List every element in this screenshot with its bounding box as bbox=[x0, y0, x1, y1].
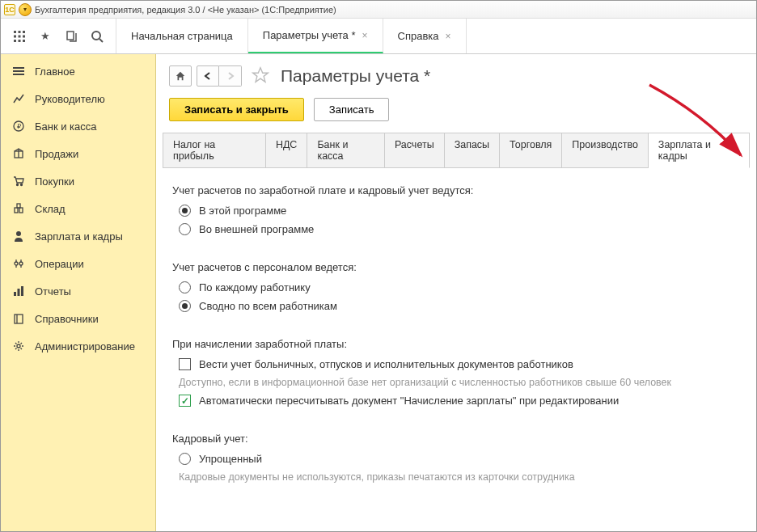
sidebar-item-label: Справочники bbox=[35, 313, 99, 325]
checkbox-auto-recalc[interactable]: ✓ Автоматически пересчитывать документ "… bbox=[179, 395, 740, 407]
save-and-close-button[interactable]: Записать и закрыть bbox=[169, 98, 304, 121]
svg-point-18 bbox=[17, 184, 19, 186]
cart-icon bbox=[12, 175, 25, 188]
section-salary-calc: При начислении заработной платы: bbox=[172, 338, 740, 350]
sidebar-item[interactable]: Зарплата и кадры bbox=[1, 222, 155, 250]
svg-rect-3 bbox=[14, 35, 16, 37]
settings-tab[interactable]: Торговля bbox=[500, 133, 562, 167]
book-icon bbox=[12, 312, 25, 325]
sidebar-item[interactable]: Операции bbox=[1, 250, 155, 277]
svg-point-19 bbox=[21, 184, 23, 186]
radio-icon bbox=[179, 205, 191, 217]
top-toolbar: ★ Начальная страницаПараметры учета *×Сп… bbox=[1, 19, 756, 54]
close-icon[interactable]: × bbox=[446, 31, 451, 42]
form-content: Учет расчетов по заработной плате и кадр… bbox=[156, 168, 756, 531]
person-icon bbox=[12, 230, 25, 243]
history-icon[interactable] bbox=[64, 29, 78, 44]
svg-point-24 bbox=[15, 262, 18, 265]
svg-rect-21 bbox=[19, 208, 23, 213]
back-button[interactable] bbox=[197, 65, 219, 87]
svg-rect-20 bbox=[15, 208, 18, 213]
svg-rect-7 bbox=[19, 40, 21, 42]
checkbox-icon: ✓ bbox=[179, 395, 191, 407]
svg-rect-14 bbox=[13, 74, 24, 75]
gear-icon bbox=[12, 340, 25, 353]
top-tab[interactable]: Параметры учета *× bbox=[248, 19, 383, 53]
svg-rect-2 bbox=[23, 31, 25, 33]
bars-icon bbox=[12, 285, 25, 298]
radio-label: По каждому работнику bbox=[199, 281, 311, 293]
svg-rect-4 bbox=[19, 35, 21, 37]
sidebar-item[interactable]: Справочники bbox=[1, 305, 155, 332]
settings-tab[interactable]: Налог на прибыль bbox=[163, 133, 266, 167]
section-personnel-accounting: Учет расчетов с персоналом ведется: bbox=[172, 261, 740, 273]
settings-tab[interactable]: Производство bbox=[562, 133, 649, 167]
sidebar-item-label: Банк и касса bbox=[35, 120, 97, 133]
radio-icon bbox=[179, 223, 191, 235]
top-tab[interactable]: Начальная страница bbox=[116, 19, 248, 53]
svg-point-25 bbox=[19, 262, 23, 265]
svg-rect-9 bbox=[67, 32, 74, 40]
radio-simplified[interactable]: Упрощенный bbox=[179, 453, 740, 465]
ops-icon bbox=[12, 257, 25, 270]
sidebar-item-label: Отчеты bbox=[35, 285, 71, 298]
nav-button-group bbox=[197, 65, 242, 87]
content-area: Параметры учета * Записать и закрыть Зап… bbox=[156, 54, 756, 531]
settings-tab[interactable]: Запасы bbox=[445, 133, 500, 167]
sidebar-item[interactable]: Отчеты bbox=[1, 277, 155, 305]
top-tab[interactable]: Справка× bbox=[383, 19, 467, 53]
sidebar-item[interactable]: ₽Банк и касса bbox=[1, 112, 155, 140]
radio-external-program[interactable]: Во внешней программе bbox=[179, 223, 740, 235]
radio-label: Сводно по всем работникам bbox=[199, 300, 337, 312]
settings-tab[interactable]: НДС bbox=[266, 133, 308, 167]
svg-rect-0 bbox=[14, 31, 16, 33]
window-titlebar: 1C ▾ Бухгалтерия предприятия, редакция 3… bbox=[1, 1, 756, 19]
settings-tab[interactable]: Расчеты bbox=[385, 133, 445, 167]
apps-icon[interactable] bbox=[12, 29, 27, 44]
sidebar-item[interactable]: Склад bbox=[1, 195, 155, 222]
star-icon[interactable]: ★ bbox=[38, 29, 53, 44]
svg-rect-5 bbox=[23, 35, 25, 37]
page-title: Параметры учета * bbox=[281, 66, 430, 86]
app-logo-icon: 1C bbox=[4, 4, 15, 15]
svg-rect-13 bbox=[13, 70, 24, 72]
save-button[interactable]: Записать bbox=[314, 98, 390, 121]
svg-rect-29 bbox=[15, 315, 23, 323]
close-icon[interactable]: × bbox=[362, 30, 368, 41]
settings-tab[interactable]: Банк и касса bbox=[307, 133, 384, 167]
radio-icon bbox=[179, 300, 191, 312]
svg-text:₽: ₽ bbox=[17, 123, 21, 130]
svg-point-10 bbox=[92, 32, 100, 40]
home-button[interactable] bbox=[169, 65, 192, 87]
sidebar-item[interactable]: Руководителю bbox=[1, 85, 155, 112]
forward-button[interactable] bbox=[219, 65, 242, 87]
toolbar-icon-group: ★ bbox=[1, 19, 116, 53]
sidebar-item[interactable]: Продажи bbox=[1, 140, 155, 167]
radio-label: В этой программе bbox=[199, 205, 286, 217]
svg-rect-1 bbox=[19, 31, 21, 33]
titlebar-dropdown-button[interactable]: ▾ bbox=[19, 3, 32, 16]
tab-label: Начальная страница bbox=[131, 30, 233, 42]
radio-per-employee[interactable]: По каждому работнику bbox=[179, 281, 740, 293]
radio-icon bbox=[179, 281, 191, 293]
settings-tab[interactable]: Зарплата и кадры bbox=[649, 133, 750, 168]
sidebar-item-label: Операции bbox=[35, 258, 84, 270]
section-hr-accounting: Кадровый учет: bbox=[172, 433, 740, 445]
hint-text: Кадровые документы не используются, прик… bbox=[179, 471, 740, 483]
favorite-star-icon[interactable] bbox=[252, 66, 271, 86]
checkbox-track-sickleave[interactable]: Вести учет больничных, отпусков и исполн… bbox=[179, 358, 740, 370]
sidebar-item[interactable]: Администрирование bbox=[1, 332, 155, 360]
sidebar-item-label: Главное bbox=[35, 65, 75, 78]
sidebar-item-label: Склад bbox=[35, 203, 66, 215]
svg-point-23 bbox=[16, 231, 21, 236]
sidebar-item[interactable]: Главное bbox=[1, 57, 155, 85]
radio-summary-all[interactable]: Сводно по всем работникам bbox=[179, 300, 740, 312]
checkbox-label: Вести учет больничных, отпусков и исполн… bbox=[199, 358, 573, 370]
tab-label: Справка bbox=[398, 30, 439, 42]
sidebar-item[interactable]: Покупки bbox=[1, 167, 155, 195]
box-icon bbox=[12, 147, 25, 160]
ruble-icon: ₽ bbox=[12, 120, 25, 133]
search-icon[interactable] bbox=[90, 29, 104, 44]
radio-in-this-program[interactable]: В этой программе bbox=[179, 205, 740, 217]
svg-rect-27 bbox=[18, 289, 20, 296]
